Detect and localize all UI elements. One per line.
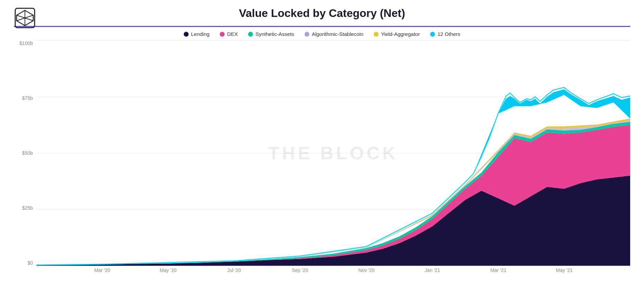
lending-label: Lending bbox=[191, 31, 209, 37]
header-row: Value Locked by Category (Net) bbox=[14, 7, 630, 23]
legend-item-dex: DEX bbox=[220, 31, 238, 37]
synthetic-dot bbox=[248, 32, 253, 37]
yield-label: Yield-Aggregator bbox=[381, 31, 420, 37]
dex-label: DEX bbox=[227, 31, 238, 37]
algo-dot bbox=[305, 32, 309, 37]
chart-inner: THE BLOCK bbox=[36, 40, 630, 276]
y-label-25b: $25b bbox=[22, 205, 33, 211]
legend-item-algo: Algorithmic-Stablecoin bbox=[305, 31, 363, 37]
synthetic-label: Synthetic-Assets bbox=[255, 31, 294, 37]
yield-dot bbox=[374, 32, 379, 37]
x-label-sep20: Sep '20 bbox=[292, 267, 308, 273]
header-divider bbox=[14, 26, 630, 27]
y-axis: $100b $75b $50b $25b $0 bbox=[14, 40, 36, 276]
x-label-may21: May '21 bbox=[556, 267, 573, 273]
y-label-100b: $100b bbox=[19, 40, 33, 46]
y-label-75b: $75b bbox=[22, 95, 33, 101]
chart-plot: THE BLOCK bbox=[36, 40, 630, 266]
legend: Lending DEX Synthetic-Assets Algorithmic… bbox=[14, 31, 630, 37]
chart-title: Value Locked by Category (Net) bbox=[239, 7, 405, 20]
x-axis: Mar '20 May '20 Jul '20 Sep '20 Nov '20 … bbox=[36, 266, 630, 276]
chart-svg bbox=[36, 40, 630, 266]
legend-item-synthetic: Synthetic-Assets bbox=[248, 31, 294, 37]
legend-item-others: 12 Others bbox=[430, 31, 460, 37]
y-label-0: $0 bbox=[27, 260, 33, 266]
y-label-50b: $50b bbox=[22, 150, 33, 156]
x-label-mar20: Mar '20 bbox=[94, 267, 110, 273]
chart-area: $100b $75b $50b $25b $0 THE BLOCK bbox=[14, 40, 630, 276]
legend-item-yield: Yield-Aggregator bbox=[374, 31, 420, 37]
logo bbox=[14, 7, 36, 30]
x-label-may20: May '20 bbox=[160, 267, 177, 273]
lending-dot bbox=[184, 32, 189, 37]
dex-dot bbox=[220, 32, 225, 37]
others-label: 12 Others bbox=[437, 31, 460, 37]
x-label-nov20: Nov '20 bbox=[359, 267, 375, 273]
x-label-jan21: Jan '21 bbox=[425, 267, 440, 273]
legend-item-lending: Lending bbox=[184, 31, 209, 37]
algo-label: Algorithmic-Stablecoin bbox=[312, 31, 363, 37]
page-container: Value Locked by Category (Net) Lending D… bbox=[0, 0, 644, 283]
x-label-jul20: Jul '20 bbox=[227, 267, 241, 273]
x-label-mar21: Mar '21 bbox=[490, 267, 506, 273]
others-dot bbox=[430, 32, 435, 37]
